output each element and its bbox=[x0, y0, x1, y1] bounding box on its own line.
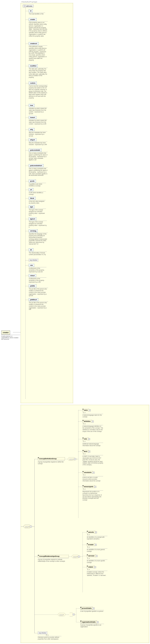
element-label: related bbox=[88, 566, 93, 568]
cardinality: 0..∞ bbox=[87, 568, 90, 570]
group-def-label: ConceptDefinitionGroup bbox=[39, 458, 56, 460]
conn bbox=[78, 487, 82, 487]
attr-desc: A qualified code which identifies a conc… bbox=[29, 183, 46, 187]
attr-creatoruri: creatoruri bbox=[29, 42, 38, 45]
element-narrower: narrower bbox=[87, 554, 96, 557]
root-label: creator bbox=[3, 332, 8, 334]
element-desc: Represents the position of a concept in … bbox=[82, 490, 103, 501]
expand-icon[interactable]: − bbox=[78, 556, 80, 558]
conn bbox=[25, 231, 29, 231]
attr-desc: One or many constraints that apply to pu… bbox=[29, 152, 48, 161]
attr-desc: One or many constraints that apply to pu… bbox=[29, 168, 48, 176]
root-element: creator bbox=[1, 330, 10, 334]
element-desc: An identifier of a more generic concept. bbox=[87, 548, 108, 552]
conn bbox=[82, 532, 87, 532]
cardinality: 0..∞ bbox=[83, 412, 86, 413]
element-label: name bbox=[84, 409, 88, 411]
expand-icon[interactable]: + bbox=[95, 544, 97, 546]
attr-jobtitle: jobtitle bbox=[29, 284, 36, 287]
expand-icon[interactable]: + bbox=[96, 555, 98, 557]
element-desc: In NAR 1.8 and later, facet is deprecate… bbox=[82, 455, 103, 466]
conn bbox=[32, 526, 34, 527]
conn bbox=[34, 614, 58, 615]
attr-desc: The job title of the person who created … bbox=[29, 288, 48, 296]
expand-icon[interactable]: + bbox=[97, 621, 99, 623]
cardinality: 0..∞ bbox=[83, 440, 86, 442]
attr-pubconstraint: pubconstraint bbox=[29, 149, 42, 152]
element-label: narrower bbox=[88, 555, 94, 556]
group-rel-label: ConceptRelationshipsGroup bbox=[39, 556, 60, 557]
group-def: ConceptDefinitionGroup bbox=[38, 457, 65, 460]
attr-trunk bbox=[25, 8, 26, 399]
conn bbox=[21, 526, 24, 527]
element-remoteInfo: remoteInfo bbox=[82, 471, 93, 474]
attr-modified: modified bbox=[29, 64, 38, 67]
conn bbox=[78, 439, 82, 439]
expand-icon[interactable]: + bbox=[92, 420, 94, 422]
attr-id: id bbox=[29, 10, 33, 12]
conn bbox=[25, 11, 29, 11]
attr-desc: A URI which identifies a concept. bbox=[29, 192, 46, 195]
conn bbox=[76, 459, 78, 459]
conn bbox=[82, 532, 83, 592]
any-other-label: any ##other bbox=[39, 632, 46, 634]
conn bbox=[25, 66, 29, 66]
any-other-desc: Extension point for provider-defined pro… bbox=[38, 636, 62, 640]
element-organisationDetails: organisationDetails bbox=[80, 620, 97, 623]
diagram-canvas: FlexAuthorPropType creator A party (pers… bbox=[0, 0, 150, 644]
attr-uri: uri bbox=[29, 188, 33, 191]
conn bbox=[25, 130, 29, 130]
conn bbox=[25, 300, 29, 300]
expand-icon[interactable]: + bbox=[88, 438, 90, 440]
element-hierarchyInfo: hierarchyInfo bbox=[82, 485, 94, 488]
element-sameAs: sameAs bbox=[87, 531, 95, 534]
cardinality: 0..∞ bbox=[87, 546, 90, 548]
attr-type: type bbox=[29, 206, 34, 208]
expand-icon[interactable]: + bbox=[92, 472, 94, 474]
expand-icon[interactable]: + bbox=[89, 409, 91, 411]
element-label: remoteInfo bbox=[84, 472, 92, 473]
cardinality: 0..∞ bbox=[83, 474, 86, 476]
attributes-frame bbox=[21, 3, 73, 403]
attr-desc: A refinement of the semantics of the pro… bbox=[29, 278, 46, 283]
attr-dir: dir bbox=[29, 248, 33, 251]
attributes-toggle[interactable]: −attributes bbox=[23, 5, 34, 7]
attr-desc: Indicates by which means the value was e… bbox=[29, 107, 47, 114]
element-label: organisationDetails bbox=[82, 621, 96, 623]
expand-icon[interactable]: + bbox=[94, 566, 96, 568]
cardinality: 0..∞ bbox=[83, 453, 86, 454]
conn bbox=[25, 286, 29, 286]
element-label: broader bbox=[88, 544, 94, 545]
attr-desc: Why the metadata has been included - exp… bbox=[29, 131, 47, 137]
attr-desc: The directionality of textual content (e… bbox=[29, 252, 47, 256]
conn bbox=[25, 20, 29, 20]
attr-qcode: qcode bbox=[29, 180, 36, 182]
expand-icon[interactable]: − bbox=[30, 526, 32, 528]
element-desc: A natural language definition of the sem… bbox=[82, 425, 103, 432]
attr-desc: If the property value is not defined, sp… bbox=[29, 21, 48, 37]
conn bbox=[76, 622, 80, 622]
expand-icon[interactable]: + bbox=[94, 486, 96, 488]
conn bbox=[82, 545, 87, 545]
element-label: facet bbox=[84, 450, 87, 452]
element-label: definition bbox=[84, 420, 91, 422]
attr-desc: If the attribute is empty, specifies whi… bbox=[29, 45, 47, 61]
conn bbox=[78, 410, 78, 518]
conn bbox=[82, 567, 87, 567]
expand-icon[interactable]: − bbox=[74, 458, 76, 460]
attr-desc: Indicates by which means the value was e… bbox=[29, 119, 47, 125]
attr-whyuri: whyuri bbox=[29, 138, 36, 141]
conn bbox=[25, 190, 29, 190]
minus-icon: − bbox=[24, 5, 26, 7]
expand-icon[interactable]: + bbox=[92, 608, 94, 610]
conn bbox=[78, 452, 82, 452]
element-broader: broader bbox=[87, 543, 95, 546]
attr-desc: Specifies the language of this property … bbox=[29, 233, 48, 245]
attr-desc: The type of the concept assigned as cont… bbox=[29, 209, 46, 216]
conn bbox=[78, 472, 82, 473]
expand-icon[interactable]: + bbox=[95, 532, 97, 533]
attr-desc: The type of the concept assigned as cont… bbox=[29, 221, 47, 228]
conn bbox=[69, 556, 72, 557]
conn bbox=[25, 44, 29, 44]
expand-icon[interactable]: + bbox=[88, 450, 90, 452]
